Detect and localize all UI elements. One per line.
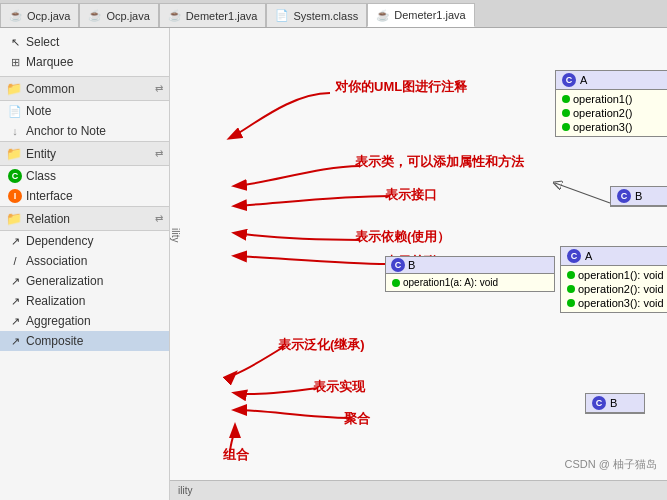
a-mid-method3: operation3(): void	[567, 296, 667, 310]
a-mid-label2: operation2(): void	[578, 283, 664, 295]
uml-class-b-mid: C B operation1(a: A): void	[385, 256, 555, 292]
relation-label: Relation	[26, 212, 70, 226]
sidebar-item-anchor[interactable]: ↓ Anchor to Note	[0, 121, 169, 141]
cursor-icon: ↖	[8, 36, 22, 49]
annotation-aggregation: 聚合	[344, 410, 370, 428]
class-b-bot-name: B	[610, 397, 617, 409]
folder-icon-entity: 📁	[6, 146, 22, 161]
tab-icon-demeter2: ☕	[376, 9, 390, 22]
a-mid-dot3	[567, 299, 575, 307]
uml-class-b-bot-header: C B	[586, 394, 644, 413]
method-dot-1	[562, 95, 570, 103]
watermark: CSDN @ 柚子猫岛	[565, 457, 657, 472]
method-label-3: operation3()	[573, 121, 632, 133]
folder-icon-common: 📁	[6, 81, 22, 96]
status-text: ility	[178, 485, 192, 496]
sidebar-item-realization[interactable]: ↗ Realization	[0, 291, 169, 311]
sidebar-item-interface[interactable]: I Interface	[0, 186, 169, 206]
class-a-mid-icon: C	[567, 249, 581, 263]
sidebar-item-association[interactable]: / Association	[0, 251, 169, 271]
section-left-relation: 📁 Relation	[6, 211, 70, 226]
uml-class-b-mid-body: operation1(a: A): void	[386, 274, 554, 291]
interface-icon: I	[8, 189, 22, 203]
annotation-realization: 表示实现	[313, 378, 365, 396]
a-mid-method1: operation1(): void	[567, 268, 667, 282]
uml-class-a-top: C A operation1() operation2() operation3…	[555, 70, 667, 137]
a-mid-dot2	[567, 285, 575, 293]
tab-demeter2[interactable]: ☕ Demeter1.java	[367, 3, 475, 27]
anchor-icon: ↓	[8, 125, 22, 137]
tab-icon-ocp1: ☕	[9, 9, 23, 22]
section-header-relation[interactable]: 📁 Relation ⇄	[0, 206, 169, 231]
method-op2: operation2()	[562, 106, 667, 120]
annotation-generalization: 表示泛化(继承)	[278, 336, 365, 354]
realization-icon: ↗	[8, 295, 22, 308]
uml-class-b-top: C B	[610, 186, 667, 207]
marquee-icon: ⊞	[8, 56, 22, 69]
section-arrows-entity: ⇄	[155, 148, 163, 159]
method-op3: operation3()	[562, 120, 667, 134]
uml-class-a-mid-header: C A	[561, 247, 667, 266]
b-mid-dot	[392, 279, 400, 287]
method-label-1: operation1()	[573, 93, 632, 105]
class-a-name: A	[580, 74, 587, 86]
folder-icon-relation: 📁	[6, 211, 22, 226]
class-a-icon: C	[562, 73, 576, 87]
tab-icon-demeter1: ☕	[168, 9, 182, 22]
method-dot-2	[562, 109, 570, 117]
uml-class-b-bot: C B	[585, 393, 645, 414]
aggregation-icon: ↗	[8, 315, 22, 328]
annotation-interface: 表示接口	[385, 186, 437, 204]
tab-ocp1[interactable]: ☕ Ocp.java	[0, 3, 79, 27]
left-edge-text: ility	[170, 228, 181, 242]
sidebar-item-aggregation[interactable]: ↗ Aggregation	[0, 311, 169, 331]
a-mid-method2: operation2(): void	[567, 282, 667, 296]
tab-icon-system: 📄	[275, 9, 289, 22]
a-mid-label1: operation1(): void	[578, 269, 664, 281]
uml-class-a-top-header: C A	[556, 71, 667, 90]
sidebar-top-section: ↖ Select ⊞ Marquee	[0, 28, 169, 76]
section-header-common[interactable]: 📁 Common ⇄	[0, 76, 169, 101]
sidebar-item-marquee[interactable]: ⊞ Marquee	[0, 52, 169, 72]
composite-icon: ↗	[8, 335, 22, 348]
uml-class-a-top-body: operation1() operation2() operation3()	[556, 90, 667, 136]
method-op1: operation1()	[562, 92, 667, 106]
sidebar-item-generalization[interactable]: ↗ Generalization	[0, 271, 169, 291]
tab-bar: ☕ Ocp.java ☕ Ocp.java ☕ Demeter1.java 📄 …	[0, 0, 667, 28]
class-a-mid-name: A	[585, 250, 592, 262]
annotation-dependency: 表示依赖(使用）	[355, 228, 450, 246]
content-area: 对你的UML图进行注释 表示类，可以添加属性和方法 表示接口 表示依赖(使用） …	[170, 28, 667, 500]
svg-line-4	[555, 183, 610, 203]
sidebar-item-dependency[interactable]: ↗ Dependency	[0, 231, 169, 251]
tab-system[interactable]: 📄 System.class	[266, 3, 367, 27]
class-icon: C	[8, 169, 22, 183]
b-mid-method-label: operation1(a: A): void	[403, 277, 498, 288]
class-b-mid-icon: C	[391, 258, 405, 272]
class-b-mid-name: B	[408, 259, 415, 271]
uml-class-a-mid-body: operation1(): void operation2(): void op…	[561, 266, 667, 312]
tab-demeter1[interactable]: ☕ Demeter1.java	[159, 3, 267, 27]
status-bar: ility	[170, 480, 667, 500]
section-header-entity[interactable]: 📁 Entity ⇄	[0, 141, 169, 166]
class-b-icon: C	[617, 189, 631, 203]
dependency-icon: ↗	[8, 235, 22, 248]
b-mid-method: operation1(a: A): void	[392, 276, 548, 289]
annotation-class: 表示类，可以添加属性和方法	[355, 153, 524, 171]
section-arrows-common: ⇄	[155, 83, 163, 94]
main-container: ↖ Select ⊞ Marquee 📁 Common ⇄ 📄 Note ↓ A…	[0, 28, 667, 500]
tab-icon-ocp2: ☕	[88, 9, 102, 22]
sidebar-item-class[interactable]: C Class	[0, 166, 169, 186]
sidebar-item-composite[interactable]: ↗ Composite	[0, 331, 169, 351]
uml-class-b-top-header: C B	[611, 187, 667, 206]
class-b-name: B	[635, 190, 642, 202]
annotation-composite: 组合	[223, 446, 249, 464]
note-icon: 📄	[8, 105, 22, 118]
section-left-common: 📁 Common	[6, 81, 75, 96]
a-mid-label3: operation3(): void	[578, 297, 664, 309]
sidebar-item-select[interactable]: ↖ Select	[0, 32, 169, 52]
method-dot-3	[562, 123, 570, 131]
sidebar: ↖ Select ⊞ Marquee 📁 Common ⇄ 📄 Note ↓ A…	[0, 28, 170, 500]
sidebar-item-note[interactable]: 📄 Note	[0, 101, 169, 121]
uml-class-b-mid-header: C B	[386, 257, 554, 274]
tab-ocp2[interactable]: ☕ Ocp.java	[79, 3, 158, 27]
